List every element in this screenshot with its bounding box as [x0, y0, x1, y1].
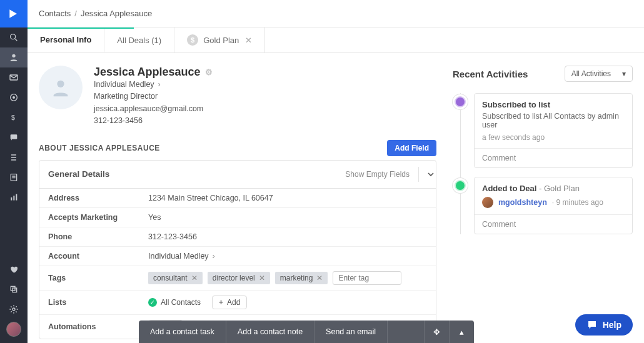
breadcrumb-sep: / [74, 9, 77, 18]
add-note-button[interactable]: Add a contact note [226, 321, 314, 343]
tab-personal-info[interactable]: Personal Info [28, 27, 104, 52]
tab-label: Gold Plan [203, 36, 239, 45]
nav-campaigns[interactable] [0, 67, 28, 87]
nav-conversations[interactable] [0, 127, 28, 147]
collapse-action-bar[interactable]: ▴ [449, 321, 474, 343]
field-value-accepts[interactable]: Yes [148, 213, 427, 222]
collapse-toggle[interactable] [418, 167, 436, 182]
copy-icon [9, 284, 19, 294]
help-widget[interactable]: Help [575, 314, 633, 336]
contact-email[interactable]: jessica.applesauce@gmail.com [94, 103, 213, 115]
svg-rect-12 [11, 286, 15, 291]
recent-activities-heading: Recent Activities [453, 69, 528, 79]
contacts-icon [9, 52, 19, 62]
move-handle[interactable]: ✥ [424, 321, 449, 343]
quick-action-bar: Add a contact task Add a contact note Se… [139, 321, 474, 343]
list-chip[interactable]: ✓All Contacts [148, 296, 207, 309]
nav-forms[interactable] [0, 167, 28, 187]
nav-search[interactable] [0, 27, 28, 47]
chat-bubble-icon [586, 319, 598, 331]
nav-profile[interactable] [0, 319, 28, 339]
filter-label: All Activities [571, 69, 611, 78]
tag-remove-icon[interactable]: ✕ [316, 274, 323, 282]
nav-automations[interactable] [0, 87, 28, 107]
nav-apps[interactable] [0, 279, 28, 299]
activity-comment-link[interactable]: Comment [475, 148, 632, 167]
nav-reports[interactable] [0, 187, 28, 207]
user-avatar-small [6, 322, 21, 337]
help-label: Help [603, 320, 621, 330]
activity-item: Subscribed to list Subscribed to list Al… [474, 93, 633, 168]
show-empty-fields-link[interactable]: Show Empty Fields [345, 170, 410, 179]
activity-list-icon [453, 94, 468, 109]
add-list-button[interactable]: +Add [212, 296, 247, 309]
svg-rect-10 [13, 196, 14, 200]
contact-name-text: Jessica Applesauce [94, 66, 200, 79]
tag-remove-icon[interactable]: ✕ [259, 274, 265, 282]
plus-icon: + [219, 298, 223, 307]
field-label-tags: Tags [48, 274, 148, 282]
logo-icon [8, 7, 20, 20]
svg-point-0 [11, 34, 16, 39]
contact-title: Marketing Director [94, 91, 213, 102]
tab-bar: Personal Info All Deals (1) $ Gold Plan … [28, 27, 644, 53]
caret-up-icon: ▴ [460, 327, 464, 337]
activities-filter-select[interactable]: All Activities ▾ [565, 66, 633, 82]
svg-point-2 [12, 54, 15, 57]
add-task-button[interactable]: Add a contact task [139, 321, 226, 343]
contact-company[interactable]: Individual Medley [94, 79, 213, 91]
gear-icon[interactable]: ⚙ [205, 67, 213, 77]
contact-name: Jessica Applesauce ⚙ [94, 66, 213, 79]
general-details-panel: General Details Show Empty Fields Addres… [39, 160, 436, 339]
activity-user[interactable]: mgoldshteyn [498, 198, 547, 207]
contact-avatar[interactable] [39, 66, 83, 109]
tag-chip[interactable]: director level✕ [208, 272, 270, 284]
contact-phone[interactable]: 312-123-3456 [94, 115, 213, 127]
nav-favorites[interactable] [0, 259, 28, 279]
field-value-address[interactable]: 1234 Main Street Chicago, IL 60647 [148, 194, 427, 202]
field-value-account[interactable]: Individual Medley [148, 252, 427, 261]
send-email-button[interactable]: Send an email [314, 321, 388, 343]
tab-gold-plan[interactable]: $ Gold Plan ✕ [174, 27, 265, 52]
breadcrumb: Contacts / Jessica Applesauce [28, 0, 644, 27]
envelope-icon [9, 72, 19, 82]
tab-label: All Deals (1) [117, 36, 161, 45]
about-heading: ABOUT JESSICA APPLESAUCE [39, 144, 160, 152]
breadcrumb-root[interactable]: Contacts [39, 9, 71, 18]
tag-chip[interactable]: marketing✕ [275, 272, 328, 284]
nav-settings[interactable] [0, 299, 28, 319]
add-field-button[interactable]: Add Field [387, 140, 436, 156]
tag-remove-icon[interactable]: ✕ [191, 274, 198, 282]
move-icon: ✥ [433, 327, 440, 337]
field-label-phone: Phone [48, 232, 148, 241]
nav-deals[interactable]: $ [0, 107, 28, 127]
activity-comment-link[interactable]: Comment [475, 214, 632, 234]
tab-all-deals[interactable]: All Deals (1) [104, 27, 174, 52]
svg-rect-7 [11, 134, 18, 139]
chat-icon [9, 132, 19, 142]
sidebar: $ [0, 0, 28, 343]
nav-lists[interactable] [0, 147, 28, 167]
activity-title: Added to Deal [482, 184, 536, 193]
form-icon [9, 172, 19, 182]
close-icon[interactable]: ✕ [245, 36, 252, 45]
tag-input[interactable] [333, 271, 401, 285]
person-icon [50, 77, 71, 98]
target-icon [9, 92, 19, 102]
app-logo[interactable] [0, 0, 28, 27]
dollar-icon: $ [9, 112, 19, 122]
field-label-lists: Lists [48, 298, 148, 307]
svg-point-5 [13, 96, 15, 99]
breadcrumb-current: Jessica Applesauce [81, 9, 152, 18]
search-icon [9, 32, 19, 42]
list-icon [9, 152, 19, 162]
svg-point-15 [57, 81, 64, 87]
user-avatar-icon [482, 197, 493, 208]
field-value-phone[interactable]: 312-123-3456 [148, 232, 427, 241]
activity-sub: Subscribed to list All Contacts by admin… [482, 112, 625, 129]
main-area: Contacts / Jessica Applesauce Personal I… [28, 0, 644, 343]
nav-contacts[interactable] [0, 47, 28, 67]
chevron-down-icon [428, 171, 434, 177]
tag-chip[interactable]: consultant✕ [148, 272, 203, 284]
field-label-account: Account [48, 252, 148, 261]
